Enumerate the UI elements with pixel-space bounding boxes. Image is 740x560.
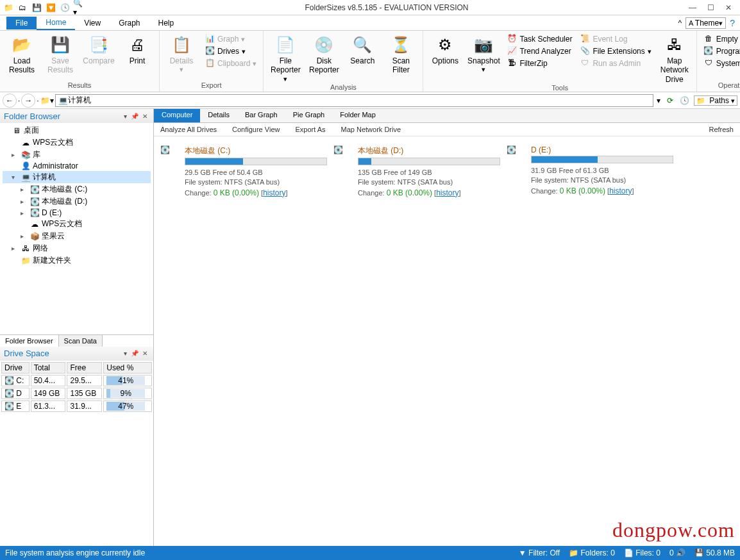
export-graph-button[interactable]: 📊Graph▾	[202, 33, 259, 45]
action-map[interactable]: Map Network Drive	[341, 126, 401, 133]
drive-row[interactable]: 💽 D149 GB135 GB9%	[1, 388, 152, 399]
filterzip-button[interactable]: 🗜FilterZip	[504, 58, 575, 69]
watermark: dongpow.com	[612, 518, 735, 542]
tree-computer[interactable]: ▾💻计算机	[3, 171, 151, 183]
tab-scan-data[interactable]: Scan Data	[59, 335, 103, 347]
details-button[interactable]: 📋Details▾	[164, 32, 199, 74]
address-input[interactable]: 💻 计算机	[55, 94, 654, 107]
action-row: Analyze All Drives Configure View Export…	[154, 123, 740, 136]
tab-details[interactable]: Details	[200, 109, 237, 122]
status-files: 📄 Files: 0	[624, 548, 660, 557]
empty-recycle-button[interactable]: 🗑Empty Recycle Bin	[701, 33, 740, 45]
tree-edrive[interactable]: ▸💽D (E:)	[3, 208, 151, 218]
menu-view[interactable]: View	[75, 17, 110, 29]
action-refresh[interactable]: Refresh	[709, 126, 734, 133]
tree-desktop[interactable]: 🖥桌面	[3, 124, 151, 136]
tree-libs[interactable]: ▸📚库	[3, 149, 151, 161]
qat-icon-3[interactable]: 🔽	[45, 2, 56, 13]
run-as-admin-button[interactable]: 🛡Run as Admin	[577, 58, 653, 69]
ribbon-group-results: Results	[4, 81, 155, 90]
paths-dropdown[interactable]: 📁 Paths▾	[694, 95, 737, 106]
panel-pin-icon[interactable]: 📌	[129, 113, 140, 120]
load-results-button[interactable]: 📂Load Results	[4, 32, 40, 75]
qat-icon-1[interactable]: 🗂	[17, 2, 28, 13]
compare-button[interactable]: 📑Compare	[81, 32, 117, 65]
tab-folder-browser[interactable]: Folder Browser	[0, 335, 59, 347]
tree-ddrive[interactable]: ▸💽本地磁盘 (D:)	[3, 195, 151, 208]
options-button[interactable]: ⚙Options	[427, 32, 463, 65]
map-network-drive-button[interactable]: 🖧Map Network Drive	[657, 32, 693, 84]
tree-cdrive[interactable]: ▸💽本地磁盘 (C:)	[3, 183, 151, 195]
qat-icon-5[interactable]: 🔍▾	[73, 2, 85, 13]
save-results-button[interactable]: 💾Save Results	[42, 32, 78, 75]
tree-admin[interactable]: 👤Administrator	[3, 161, 151, 171]
window-title: FolderSizes v8.5.185 - EVALUATION VERSIO…	[87, 3, 686, 12]
print-button[interactable]: 🖨Print	[119, 32, 155, 65]
scan-filter-button[interactable]: ⏳Scan Filter	[383, 32, 419, 75]
tab-pie-graph[interactable]: Pie Graph	[285, 109, 333, 122]
ribbon-collapse-icon[interactable]: ^	[678, 19, 682, 28]
tab-bar-graph[interactable]: Bar Graph	[237, 109, 285, 122]
col-drive[interactable]: Drive	[1, 362, 29, 374]
theme-selector[interactable]: A Theme▾	[685, 17, 726, 29]
tree-jianguo[interactable]: ▸📦坚果云	[3, 230, 151, 242]
system-protection-button[interactable]: 🛡System Protection	[701, 58, 740, 69]
refresh-icon[interactable]: ⟳	[665, 96, 675, 105]
col-total[interactable]: Total	[31, 362, 66, 374]
export-clipboard-button[interactable]: 📋Clipboard▾	[202, 58, 259, 69]
address-dropdown[interactable]: ▾	[655, 96, 662, 105]
tree-newfolder[interactable]: 📁新建文件夹	[3, 254, 151, 267]
help-icon[interactable]: ?	[730, 18, 735, 28]
nav-folder-icon[interactable]: 📁▾	[40, 96, 54, 105]
ds-pin-icon[interactable]: 📌	[129, 350, 140, 357]
drive-card[interactable]: 💽本地磁盘 (C:)29.5 GB Free of 50.4 GBFile sy…	[160, 145, 327, 199]
search-button[interactable]: 🔍Search	[344, 32, 380, 65]
tree-wps2[interactable]: ☁WPS云文档	[3, 218, 151, 230]
tab-folder-map[interactable]: Folder Map	[332, 109, 383, 122]
status-filter[interactable]: ▼ Filter: Off	[519, 548, 560, 557]
qat-icon-4[interactable]: 🕓	[59, 2, 71, 13]
qat-icon-2[interactable]: 💾	[31, 2, 42, 13]
nav-forward-button[interactable]: →	[21, 94, 35, 108]
snapshot-button[interactable]: 📷Snapshot▾	[466, 32, 501, 74]
event-log-button[interactable]: 📜Event Log	[577, 33, 653, 45]
drive-row[interactable]: 💽 C:50.4...29.5...41%	[1, 375, 152, 386]
menu-file[interactable]: File	[6, 17, 37, 29]
col-used[interactable]: Used %	[103, 362, 152, 374]
drive-space-table: Drive Total Free Used % 💽 C:50.4...29.5.…	[0, 361, 153, 413]
tree-network[interactable]: ▸🖧网络	[3, 242, 151, 254]
action-configure[interactable]: Configure View	[232, 126, 280, 133]
menu-graph[interactable]: Graph	[110, 17, 149, 29]
drive-card[interactable]: 💽D (E:)31.9 GB Free of 61.3 GBFile syste…	[507, 145, 673, 197]
panel-dropdown-icon[interactable]: ▾	[122, 113, 129, 120]
clock-icon[interactable]: 🕓	[678, 96, 691, 105]
tree-wps[interactable]: ☁WPS云文档	[3, 136, 151, 149]
titlebar: 📁 🗂 💾 🔽 🕓 🔍▾ FolderSizes v8.5.185 - EVAL…	[0, 0, 740, 15]
close-button[interactable]: ✕	[722, 3, 735, 12]
trend-analyzer-button[interactable]: 📈Trend Analyzer	[504, 45, 575, 57]
panel-close-icon[interactable]: ✕	[140, 113, 149, 120]
action-export[interactable]: Export As	[295, 126, 325, 133]
col-free[interactable]: Free	[67, 362, 102, 374]
statusbar: File system analysis engine currently id…	[0, 546, 740, 560]
maximize-button[interactable]: ☐	[704, 3, 717, 12]
drive-row[interactable]: 💽 E61.3...31.9...47%	[1, 400, 152, 412]
programs-features-button[interactable]: 💽Programs & Features	[701, 45, 740, 57]
menu-help[interactable]: Help	[149, 17, 183, 29]
folder-tree[interactable]: 🖥桌面 ☁WPS云文档 ▸📚库 👤Administrator ▾💻计算机 ▸💽本…	[0, 123, 153, 334]
tab-computer[interactable]: Computer	[154, 109, 200, 122]
minimize-button[interactable]: —	[686, 3, 699, 12]
file-extensions-button[interactable]: 📎File Extensions▾	[577, 45, 653, 57]
status-text: File system analysis engine currently id…	[5, 548, 145, 557]
nav-back-button[interactable]: ←	[3, 94, 17, 108]
drive-card[interactable]: 💽本地磁盘 (D:)135 GB Free of 149 GBFile syst…	[333, 145, 500, 199]
disk-reporter-button[interactable]: 💿Disk Reporter	[306, 32, 342, 75]
export-drives-button[interactable]: 💽Drives▾	[202, 45, 259, 57]
ds-dropdown-icon[interactable]: ▾	[122, 350, 129, 357]
ds-close-icon[interactable]: ✕	[140, 350, 149, 357]
address-bar: ← · → · 📁▾ 💻 计算机 ▾ ⟳ 🕓 📁 Paths▾	[0, 92, 740, 109]
task-scheduler-button[interactable]: ⏰Task Scheduler	[504, 33, 575, 45]
file-reporter-button[interactable]: 📄File Reporter▾	[267, 32, 303, 83]
action-analyze[interactable]: Analyze All Drives	[160, 126, 217, 133]
menu-home[interactable]: Home	[37, 16, 75, 30]
